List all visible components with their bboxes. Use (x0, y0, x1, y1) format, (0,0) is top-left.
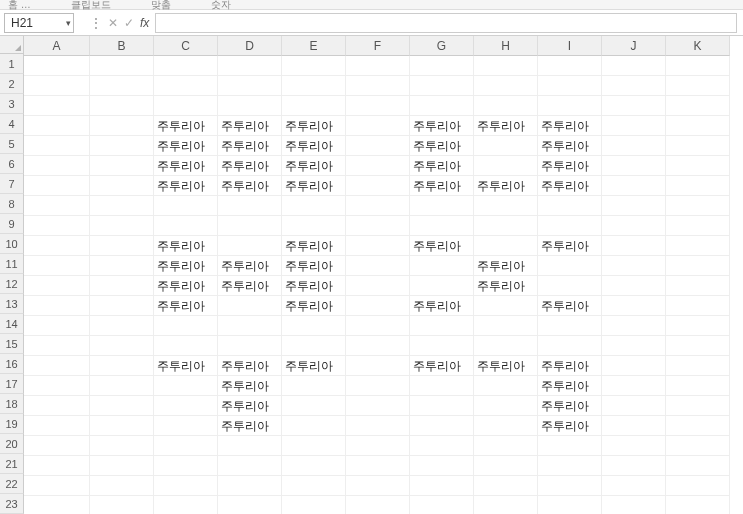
cell-E5[interactable]: 주투리아 (282, 136, 346, 156)
cell-K8[interactable] (666, 196, 730, 216)
row-header-2[interactable]: 2 (0, 74, 24, 94)
cell-C23[interactable] (154, 496, 218, 514)
cell-H3[interactable] (474, 96, 538, 116)
cell-H16[interactable]: 주투리아 (474, 356, 538, 376)
cell-C7[interactable]: 주투리아 (154, 176, 218, 196)
cell-I20[interactable] (538, 436, 602, 456)
cell-D15[interactable] (218, 336, 282, 356)
cell-K16[interactable] (666, 356, 730, 376)
cell-A12[interactable] (24, 276, 90, 296)
cell-F1[interactable] (346, 56, 410, 76)
cell-D7[interactable]: 주투리아 (218, 176, 282, 196)
cell-G9[interactable] (410, 216, 474, 236)
cell-B1[interactable] (90, 56, 154, 76)
cell-C13[interactable]: 주투리아 (154, 296, 218, 316)
cell-K12[interactable] (666, 276, 730, 296)
cell-B12[interactable] (90, 276, 154, 296)
cell-A8[interactable] (24, 196, 90, 216)
column-header-C[interactable]: C (154, 36, 218, 56)
cell-K21[interactable] (666, 456, 730, 476)
row-header-8[interactable]: 8 (0, 194, 24, 214)
cell-K4[interactable] (666, 116, 730, 136)
cell-G19[interactable] (410, 416, 474, 436)
cell-K15[interactable] (666, 336, 730, 356)
cell-E11[interactable]: 주투리아 (282, 256, 346, 276)
cell-E4[interactable]: 주투리아 (282, 116, 346, 136)
cell-B10[interactable] (90, 236, 154, 256)
enter-icon[interactable]: ✓ (124, 16, 134, 30)
cell-C1[interactable] (154, 56, 218, 76)
cell-I16[interactable]: 주투리아 (538, 356, 602, 376)
cell-G2[interactable] (410, 76, 474, 96)
cell-F16[interactable] (346, 356, 410, 376)
cell-H11[interactable]: 주투리아 (474, 256, 538, 276)
cell-I6[interactable]: 주투리아 (538, 156, 602, 176)
cell-F19[interactable] (346, 416, 410, 436)
cell-D20[interactable] (218, 436, 282, 456)
cell-A22[interactable] (24, 476, 90, 496)
row-header-14[interactable]: 14 (0, 314, 24, 334)
cell-B7[interactable] (90, 176, 154, 196)
cell-K1[interactable] (666, 56, 730, 76)
cell-A2[interactable] (24, 76, 90, 96)
cell-I2[interactable] (538, 76, 602, 96)
column-header-H[interactable]: H (474, 36, 538, 56)
cell-J10[interactable] (602, 236, 666, 256)
cell-G13[interactable]: 주투리아 (410, 296, 474, 316)
cell-K18[interactable] (666, 396, 730, 416)
cell-C2[interactable] (154, 76, 218, 96)
cell-H7[interactable]: 주투리아 (474, 176, 538, 196)
cell-I7[interactable]: 주투리아 (538, 176, 602, 196)
cell-G3[interactable] (410, 96, 474, 116)
cell-G18[interactable] (410, 396, 474, 416)
cell-J18[interactable] (602, 396, 666, 416)
cell-H23[interactable] (474, 496, 538, 514)
cell-I12[interactable] (538, 276, 602, 296)
cell-G7[interactable]: 주투리아 (410, 176, 474, 196)
cell-D6[interactable]: 주투리아 (218, 156, 282, 176)
cell-I18[interactable]: 주투리아 (538, 396, 602, 416)
cell-D13[interactable] (218, 296, 282, 316)
cell-I3[interactable] (538, 96, 602, 116)
cell-B13[interactable] (90, 296, 154, 316)
row-header-9[interactable]: 9 (0, 214, 24, 234)
cell-I4[interactable]: 주투리아 (538, 116, 602, 136)
cell-F5[interactable] (346, 136, 410, 156)
cell-J12[interactable] (602, 276, 666, 296)
row-header-23[interactable]: 23 (0, 494, 24, 514)
cell-J9[interactable] (602, 216, 666, 236)
cell-A7[interactable] (24, 176, 90, 196)
row-header-19[interactable]: 19 (0, 414, 24, 434)
column-header-E[interactable]: E (282, 36, 346, 56)
cell-B23[interactable] (90, 496, 154, 514)
cell-D22[interactable] (218, 476, 282, 496)
cell-E10[interactable]: 주투리아 (282, 236, 346, 256)
cell-K6[interactable] (666, 156, 730, 176)
cell-H8[interactable] (474, 196, 538, 216)
column-header-K[interactable]: K (666, 36, 730, 56)
cell-G23[interactable] (410, 496, 474, 514)
cell-J4[interactable] (602, 116, 666, 136)
cell-E12[interactable]: 주투리아 (282, 276, 346, 296)
column-header-B[interactable]: B (90, 36, 154, 56)
cell-I19[interactable]: 주투리아 (538, 416, 602, 436)
cell-J13[interactable] (602, 296, 666, 316)
cell-E20[interactable] (282, 436, 346, 456)
cell-E15[interactable] (282, 336, 346, 356)
cell-G5[interactable]: 주투리아 (410, 136, 474, 156)
cell-I11[interactable] (538, 256, 602, 276)
row-header-7[interactable]: 7 (0, 174, 24, 194)
cell-J19[interactable] (602, 416, 666, 436)
cell-E3[interactable] (282, 96, 346, 116)
cell-G14[interactable] (410, 316, 474, 336)
cell-F11[interactable] (346, 256, 410, 276)
row-header-21[interactable]: 21 (0, 454, 24, 474)
row-header-5[interactable]: 5 (0, 134, 24, 154)
cell-K17[interactable] (666, 376, 730, 396)
cell-I21[interactable] (538, 456, 602, 476)
cell-B16[interactable] (90, 356, 154, 376)
cell-E9[interactable] (282, 216, 346, 236)
cell-J8[interactable] (602, 196, 666, 216)
cell-F13[interactable] (346, 296, 410, 316)
cell-E8[interactable] (282, 196, 346, 216)
